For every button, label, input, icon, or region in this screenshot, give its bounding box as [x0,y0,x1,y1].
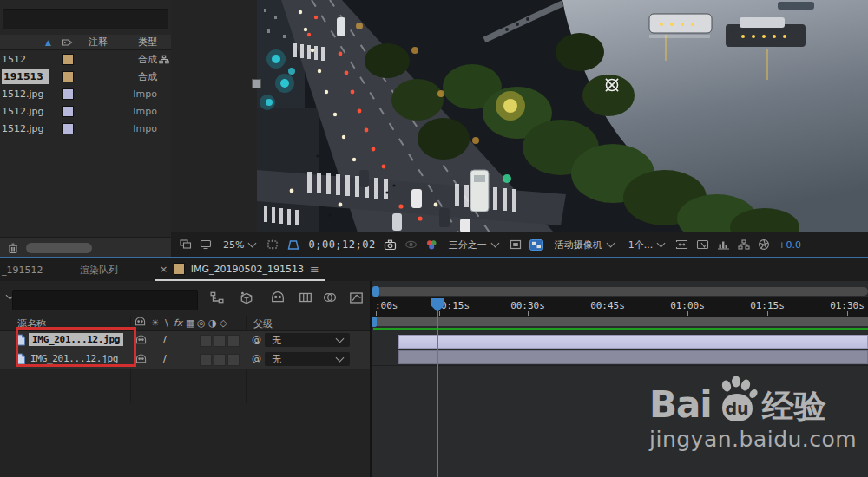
column-divider [161,50,161,236]
parent-pickwhip-icon[interactable]: @ [252,334,261,345]
switch-box[interactable] [200,354,212,366]
fast-preview-icon[interactable] [510,239,522,250]
watermark-du-text: du [725,399,748,418]
label-color-swatch[interactable] [62,123,74,134]
project-item-row[interactable]: 1512 合成 [0,50,171,68]
switch-box[interactable] [200,335,212,347]
resize-fit-icon[interactable] [675,239,688,250]
parent-value: 无 [272,334,281,347]
type-column-header[interactable]: 类型 [138,36,157,49]
quality-switch[interactable]: / [163,334,167,345]
tab-label: IMG_20190502_191513 [191,264,304,275]
trash-icon[interactable] [7,242,19,254]
comment-column-header[interactable]: 注释 [89,36,108,49]
parent-column-header[interactable]: 父级 [253,317,273,330]
project-item-name: 1512.jpg [2,123,44,134]
label-tag-icon[interactable] [62,37,73,48]
switch-box[interactable] [214,354,226,366]
time-ruler[interactable]: :00s 0:15s 00:30s 00:45s 01:00s 01:15s 0… [372,297,868,317]
transparency-grid-icon[interactable] [529,239,543,251]
parent-select[interactable]: 无 [265,333,350,347]
panel-menu-icon[interactable]: ≡ [310,263,319,276]
motion-blur-column-icon[interactable]: ◎ [197,317,206,329]
quality-column-icon[interactable]: \ [165,317,168,329]
project-search-input[interactable] [3,9,168,29]
project-item-row[interactable]: 191513 合成 [0,68,171,85]
safe-zones-icon[interactable] [286,239,300,251]
panel-splitter-handle[interactable] [252,79,261,88]
horizontal-scrollbar[interactable] [26,243,92,253]
label-color-swatch[interactable] [62,71,74,82]
channels-icon[interactable] [425,239,437,251]
layer-duration-bar-selected[interactable] [398,335,868,349]
shy-toggle-icon[interactable] [271,291,285,304]
adjustment-column-icon[interactable]: ◑ [208,317,217,329]
parent-pickwhip-icon[interactable]: @ [252,353,261,364]
view-layout-select[interactable]: 1个... [625,237,668,253]
project-item-row[interactable]: 1512.jpg Impo [0,85,171,102]
monitor-icon[interactable] [200,239,212,250]
resolution-select[interactable]: 三分之一 [445,237,502,253]
navigator-start-handle[interactable] [372,286,379,297]
project-column-header[interactable]: ▲ 注释 类型 [0,35,171,50]
motion-blur-icon[interactable] [323,291,337,304]
flowchart-icon[interactable] [738,239,750,250]
after-effects-window: ▲ 注释 类型 1512 合成 191513 合成 1512.jpg Impo [0,0,868,477]
project-item-row[interactable]: 1512.jpg Impo [0,120,171,137]
threed-column-icon[interactable]: ◇ [220,317,227,329]
collapse-column-icon[interactable]: ☀ [151,317,160,329]
label-color-swatch[interactable] [62,54,74,65]
timeline-search-input[interactable] [12,290,198,310]
tab-render-queue[interactable]: 渲染队列 [80,258,118,281]
label-color-swatch [174,263,185,275]
tab-comp-191512[interactable]: _191512 [2,258,43,281]
switch-box[interactable] [227,335,240,347]
parent-select[interactable]: 无 [265,352,350,366]
close-icon[interactable]: × [160,264,168,275]
exposure-value[interactable]: +0.0 [778,239,801,251]
shy-switch-icon[interactable] [135,335,147,345]
timeline-navigator-bar[interactable] [377,287,868,296]
layer-duration-bar[interactable] [398,350,868,364]
switch-box[interactable] [214,335,226,347]
composition-preview[interactable] [257,0,868,232]
shy-column-icon[interactable] [135,317,146,327]
project-item-type: Impo [133,106,157,117]
timecode-display[interactable]: 0;00;12;02 [308,238,375,251]
snapshot-camera-icon[interactable] [384,239,397,251]
camera-view-select[interactable]: 活动摄像机 [551,237,617,253]
project-panel: ▲ 注释 类型 1512 合成 191513 合成 1512.jpg Impo [0,0,171,258]
project-item-name: 1512.jpg [2,106,44,117]
view-layout-value: 1个... [628,238,654,252]
work-area-bar[interactable] [373,317,868,326]
chevron-down-icon [336,354,345,363]
always-preview-icon[interactable] [180,239,192,250]
label-color-swatch[interactable] [62,106,74,117]
project-item-row[interactable]: 1512.jpg Impo [0,102,171,120]
playhead-line[interactable] [437,298,438,477]
region-of-interest-icon[interactable] [266,239,279,250]
fx-column-icon[interactable]: fx [174,317,182,329]
shy-switch-icon[interactable] [135,354,147,364]
tab-active-composition[interactable]: × IMG_20190502_191513 ≡ [155,258,325,281]
exposure-reset-icon[interactable] [758,238,770,251]
show-snapshot-icon[interactable] [404,239,418,250]
sort-ascending-icon[interactable]: ▲ [45,38,51,47]
label-color-swatch[interactable] [62,88,74,100]
watermark-url: jingyan.baidu.com [649,427,866,452]
frame-blend-icon[interactable] [299,291,312,304]
magnification-select[interactable]: 25% [220,238,259,252]
graph-editor-icon[interactable] [349,291,364,304]
frame-blend-column-icon[interactable]: ▦ [186,317,194,329]
panel-divider[interactable] [370,281,372,477]
timeline-layer-panel: 源名称 ☀ \ fx ▦ ◎ ◑ ◇ 父级 IMG_201...12.jpg /… [0,281,372,477]
histogram-icon[interactable] [717,239,730,250]
ruler-label: 00:45s [590,300,625,311]
draft-3d-icon[interactable] [240,291,253,304]
shared-view-icon[interactable] [696,239,709,251]
comp-mini-flowchart-icon[interactable] [210,291,224,304]
viewer-control-bar: 25% 0;00;12;02 三分之一 活动摄像机 1个... +0.0 [171,232,868,257]
switch-box[interactable] [227,354,240,366]
project-item-name: 1512 [2,54,26,65]
quality-switch[interactable]: / [163,353,167,364]
